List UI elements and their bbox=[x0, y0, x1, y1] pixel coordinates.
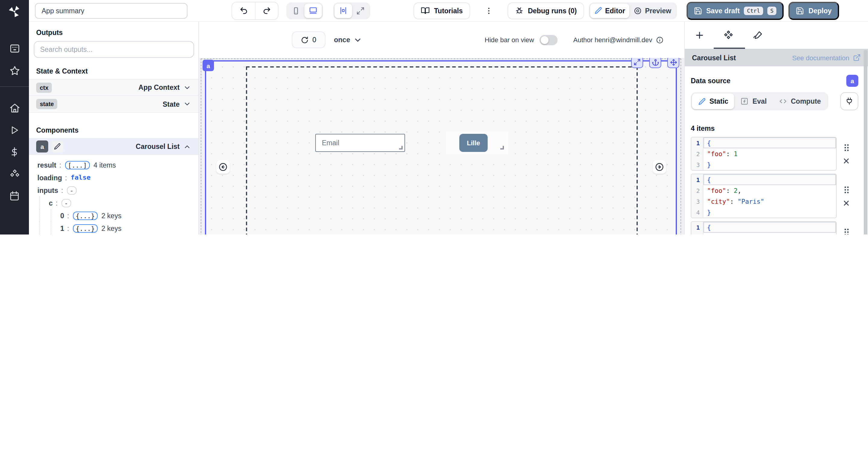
mobile-view-button[interactable] bbox=[287, 3, 304, 18]
move-component-icon[interactable] bbox=[667, 58, 679, 68]
component-a-row[interactable]: a Carousel List bbox=[29, 138, 198, 155]
tree-row[interactable]: 1:{...}2 keys bbox=[37, 222, 198, 234]
rail-divider bbox=[0, 86, 29, 87]
hide-bar-label: Hide bar on view bbox=[485, 36, 534, 43]
search-outputs-input[interactable] bbox=[33, 41, 194, 58]
ctx-row[interactable]: ctx App Context bbox=[29, 79, 198, 96]
drag-handle-icon[interactable] bbox=[843, 185, 849, 194]
json-editor[interactable]: 1{2 "foo": 2,3 "city": "Paris"4} bbox=[691, 174, 837, 218]
editor-preview-toggle: Editor Preview bbox=[589, 2, 677, 19]
static-mode-button[interactable]: Static bbox=[692, 93, 735, 109]
canvas-component-badge: a bbox=[203, 60, 214, 71]
anchor-icon[interactable] bbox=[649, 58, 661, 68]
chevron-down-icon bbox=[183, 84, 191, 91]
code-icon bbox=[779, 97, 787, 105]
outputs-title: Outputs bbox=[29, 29, 198, 36]
json-editor[interactable]: 1{2 "foo": 33} bbox=[691, 221, 837, 234]
items-count-label: 4 items bbox=[691, 125, 858, 132]
resize-handle[interactable] bbox=[399, 146, 403, 150]
tree-row[interactable]: inputs:- bbox=[37, 184, 198, 196]
favorites-star-icon[interactable] bbox=[9, 65, 20, 76]
state-context-title: State & Context bbox=[29, 67, 198, 75]
save-draft-button[interactable]: Save draft Ctrl S bbox=[686, 1, 784, 20]
insert-component-tab-plus-icon[interactable] bbox=[694, 30, 705, 40]
pencil-icon[interactable] bbox=[51, 140, 63, 153]
resources-boxes-icon[interactable] bbox=[9, 168, 20, 180]
state-row[interactable]: state State bbox=[29, 96, 198, 113]
json-item: 1{2 "foo": 2,3 "city": "Paris"4} bbox=[691, 174, 858, 218]
windmill-logo-icon[interactable] bbox=[7, 4, 22, 19]
data-items-list: 1{2 "foo": 13} 1{2 "foo": 2,3 "city": "P… bbox=[691, 137, 858, 234]
connect-plug-icon[interactable] bbox=[840, 92, 858, 110]
component-settings-tab-icon[interactable] bbox=[723, 30, 734, 41]
tutorials-button[interactable]: Tutorials bbox=[413, 2, 470, 19]
see-documentation-link[interactable]: See documentation bbox=[792, 54, 861, 61]
device-toggle-group bbox=[286, 2, 323, 19]
hide-bar-toggle[interactable] bbox=[539, 35, 558, 45]
center-layout-button[interactable] bbox=[335, 3, 352, 18]
chevron-down-icon bbox=[183, 100, 191, 108]
delete-item-icon[interactable] bbox=[843, 157, 850, 164]
email-input-component[interactable]: Email bbox=[315, 134, 405, 152]
carousel-next-button[interactable] bbox=[653, 160, 666, 174]
tree-row[interactable]: loading:false bbox=[37, 171, 198, 184]
compute-mode-button[interactable]: Compute bbox=[773, 93, 827, 109]
panel-scrollbar[interactable] bbox=[864, 50, 867, 234]
save-icon bbox=[693, 6, 702, 15]
pen-icon bbox=[594, 7, 602, 14]
tree-row[interactable]: c:- bbox=[37, 196, 198, 209]
active-tab-underline bbox=[714, 47, 745, 49]
carousel-component-selected[interactable]: Email Lille bbox=[205, 60, 677, 234]
drag-handle-icon[interactable] bbox=[843, 227, 849, 234]
fullwidth-layout-button[interactable] bbox=[352, 3, 369, 18]
lille-button-component[interactable]: Lille bbox=[459, 134, 488, 152]
editor-tab[interactable]: Editor bbox=[590, 3, 629, 18]
component-header: Carousel List See documentation bbox=[685, 49, 868, 66]
json-item: 1{2 "foo": 33} bbox=[691, 221, 858, 234]
more-options-icon[interactable] bbox=[482, 6, 495, 15]
preview-circle-icon bbox=[633, 6, 642, 15]
eval-mode-button[interactable]: Eval bbox=[735, 93, 773, 109]
tree-row[interactable]: 0:{...}2 keys bbox=[37, 209, 198, 222]
schedules-calendar-icon[interactable] bbox=[9, 190, 20, 201]
data-source-mode-toggle: Static Eval Compute bbox=[691, 92, 828, 110]
apps-icon[interactable] bbox=[9, 43, 20, 54]
variables-dollar-icon[interactable] bbox=[9, 147, 20, 157]
app-canvas[interactable]: Email Lille a bbox=[199, 58, 684, 234]
debug-runs-button[interactable]: Debug runs (0) bbox=[507, 2, 584, 19]
refresh-icon bbox=[301, 36, 309, 44]
styling-tab-brush-icon[interactable] bbox=[752, 30, 763, 41]
chevron-up-icon bbox=[183, 143, 191, 150]
drag-handle-icon[interactable] bbox=[843, 143, 849, 152]
left-nav-rail bbox=[0, 0, 29, 234]
json-editor[interactable]: 1{2 "foo": 13} bbox=[691, 137, 837, 170]
center-column: 0 once Hide bar on view Author henri@win… bbox=[199, 22, 684, 234]
deploy-button[interactable]: Deploy bbox=[789, 1, 839, 20]
expand-component-icon[interactable] bbox=[631, 58, 643, 68]
redo-button[interactable] bbox=[255, 2, 278, 19]
windmill-app-editor: Tutorials Debug runs (0) Editor Preview … bbox=[0, 0, 868, 234]
delete-item-icon[interactable] bbox=[843, 199, 850, 207]
undo-redo-group bbox=[231, 1, 278, 20]
state-badge: state bbox=[36, 99, 58, 109]
run-frequency-select[interactable]: once bbox=[334, 35, 362, 44]
canvas-toolbar: 0 once Hide bar on view Author henri@win… bbox=[199, 22, 684, 58]
home-icon[interactable] bbox=[9, 102, 20, 114]
desktop-view-button[interactable] bbox=[304, 3, 322, 18]
carousel-prev-button[interactable] bbox=[216, 160, 230, 174]
app-summary-input[interactable] bbox=[35, 3, 187, 19]
tree-row[interactable]: result:[...]4 items bbox=[37, 159, 198, 171]
save-icon bbox=[796, 6, 804, 15]
data-source-badge: a bbox=[846, 75, 858, 87]
kbd-s: S bbox=[767, 6, 777, 15]
preview-tab[interactable]: Preview bbox=[629, 3, 675, 18]
book-icon bbox=[421, 6, 430, 15]
carousel-inner-container[interactable] bbox=[246, 66, 638, 234]
info-icon[interactable] bbox=[656, 36, 664, 44]
components-title: Components bbox=[29, 127, 198, 134]
resize-handle[interactable] bbox=[500, 146, 504, 150]
undo-button[interactable] bbox=[232, 2, 255, 19]
runs-play-icon[interactable] bbox=[9, 125, 20, 136]
chevron-down-icon bbox=[353, 35, 362, 44]
refresh-button[interactable]: 0 bbox=[292, 31, 326, 48]
